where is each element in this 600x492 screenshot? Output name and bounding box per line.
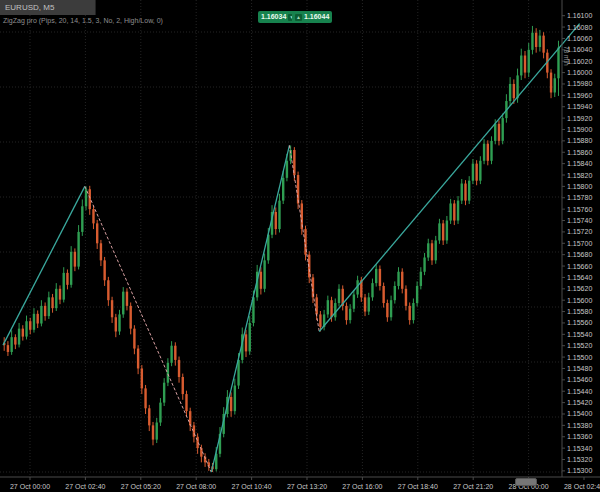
indicator-label: ZigZag pro (Pips, 20, 14, 1.5, 3, No, 2,… bbox=[3, 17, 163, 24]
chart-canvas[interactable] bbox=[0, 0, 562, 477]
swing-up-icon: ▲ bbox=[295, 14, 302, 21]
price-badge-left-value: 1.16034 bbox=[261, 11, 286, 23]
trading-chart-window: 1.161001.160801.160601.160401.160201.160… bbox=[0, 0, 600, 492]
swing-countdown-label: 78 min bbox=[563, 46, 570, 66]
time-axis[interactable] bbox=[0, 477, 600, 492]
price-badge-right-value: 1.16044 bbox=[304, 11, 329, 23]
chart-tab[interactable]: EURUSD, M5 bbox=[0, 0, 96, 15]
time-axis-tag bbox=[515, 478, 537, 486]
price-axis[interactable] bbox=[562, 0, 600, 477]
price-badge-right: ▲ 1.16044 bbox=[292, 11, 332, 23]
chart-title: EURUSD, M5 bbox=[5, 3, 54, 12]
